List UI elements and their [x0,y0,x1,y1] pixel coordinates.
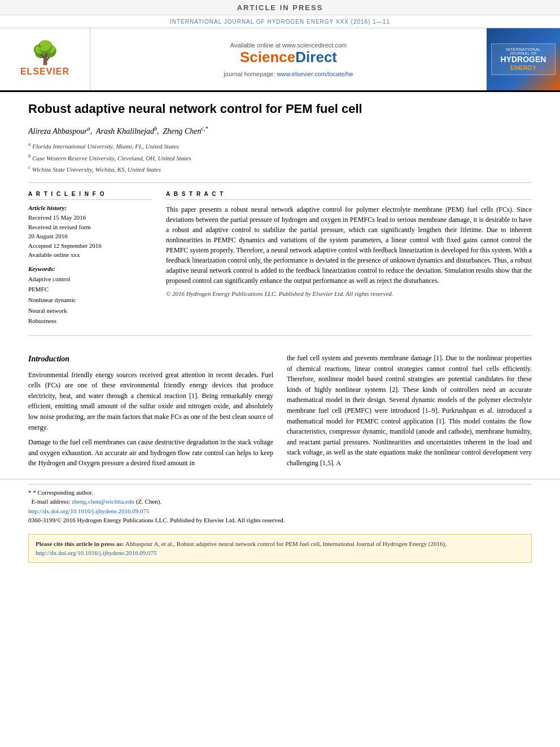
affil-b: b Case Western Reserve University, Cleve… [28,152,532,163]
article-in-press-text: ARTICLE IN PRESS [237,3,323,12]
article-info-col: A R T I C L E I N F O Article history: R… [28,191,152,326]
author-2: Arash Khalilnejad [96,126,154,135]
abstract-label: A B S T R A C T [166,191,532,200]
issn-line: 0360-3199/© 2016 Hydrogen Energy Publica… [28,516,532,525]
header-area: 🌳 ELSEVIER Available online at www.scien… [0,28,560,92]
body-right-col: the fuel cell system and prevents membra… [287,353,532,473]
intro-right-para-1: the fuel cell system and prevents membra… [287,353,532,469]
article-history: Article history: Received 15 May 2016 Re… [28,204,152,260]
he-intl: International Journal of [496,47,550,55]
corresponding-author-note: * * Corresponding author. [28,488,532,497]
article-in-press-banner: ARTICLE IN PRESS [0,0,560,15]
footer-notes: * * Corresponding author. E-mail address… [0,479,560,530]
abstract-text: This paper presents a robust neural netw… [166,204,532,286]
article-info-label: A R T I C L E I N F O [28,191,152,200]
header-center: Available online at www.sciencedirect.co… [90,28,487,90]
affiliations: a Florida International University, Miam… [28,140,532,174]
sciencedirect-brand: ScienceDirect [240,49,337,66]
keyword-4: Neural network [28,305,152,316]
main-content: Robust adaptive neural network control f… [0,92,560,353]
citation-doi-link[interactable]: http://dx.doi.org/10.1016/j.ijhydene.201… [36,549,157,556]
author-3: Zheng Chen [163,126,201,135]
abstract-col: A B S T R A C T This paper presents a ro… [166,191,532,326]
he-energy: ENERGY [496,64,550,71]
keyword-2: PEMFC [28,284,152,295]
body-two-col: Introduction Environmental friendly ener… [0,353,560,473]
author-1: Alireza Abbaspour [28,126,88,135]
body-left-col: Introduction Environmental friendly ener… [28,353,273,473]
he-title: HYDROGEN [496,55,550,64]
doi-url[interactable]: http://dx.doi.org/10.1016/j.ijhydene.201… [28,508,150,514]
section-divider-2 [28,335,532,336]
available-online-text: Available online at www.sciencedirect.co… [230,42,347,49]
citation-bar: Please cite this article in press as: Ab… [28,534,532,563]
section-divider-1 [28,182,532,183]
authors-line: Alireza Abbaspoura, Arash Khalilnejadb, … [28,125,532,136]
keyword-5: Robustness [28,316,152,326]
hydrogen-energy-logo: International Journal of HYDROGEN ENERGY [487,28,560,90]
received-revised-date: 20 August 2016 [28,231,152,241]
received-revised-label: Received in revised form [28,222,152,232]
available-online: Available online xxx [28,250,152,260]
journal-title-bar: INTERNATIONAL JOURNAL OF HYDROGEN ENERGY… [0,15,560,28]
email-note: E-mail address: zheng.chen@wichita.edu (… [28,497,532,506]
keywords-section: Keywords: Adaptive control PEMFC Nonline… [28,265,152,326]
article-title: Robust adaptive neural network control f… [28,101,532,117]
affil-c: c Wichita State University, Wichita, KS,… [28,163,532,174]
intro-para-2: Damage to the fuel cell membranes can ca… [28,437,273,469]
elsevier-logo-box: 🌳 ELSEVIER [0,28,90,90]
copyright-text: © 2016 Hydrogen Energy Publications LLC.… [166,290,532,297]
journal-homepage-link[interactable]: www.elsevier.com/locate/he [277,71,353,77]
affil-a: a Florida International University, Miam… [28,140,532,151]
journal-homepage: journal homepage: www.elsevier.com/locat… [224,71,353,77]
keyword-1: Adaptive control [28,274,152,285]
info-abstract-columns: A R T I C L E I N F O Article history: R… [28,191,532,326]
received-date: Received 15 May 2016 [28,213,152,222]
email-link[interactable]: zheng.chen@wichita.edu [72,498,134,505]
elsevier-tree-icon: 🌳 [31,42,59,64]
hydrogen-energy-box: International Journal of HYDROGEN ENERGY [491,43,555,75]
doi-link: http://dx.doi.org/10.1016/j.ijhydene.201… [28,506,532,516]
accepted-date: Accepted 12 September 2016 [28,241,152,251]
history-label: Article history: [28,204,152,211]
elsevier-brand: ELSEVIER [20,67,69,77]
introduction-heading: Introduction [28,353,273,365]
keywords-label: Keywords: [28,265,152,272]
intro-para-1: Environmental friendly energy sources re… [28,370,273,433]
keyword-3: Nonlinear dynamic [28,295,152,305]
journal-title-text: INTERNATIONAL JOURNAL OF HYDROGEN ENERGY… [170,19,390,25]
